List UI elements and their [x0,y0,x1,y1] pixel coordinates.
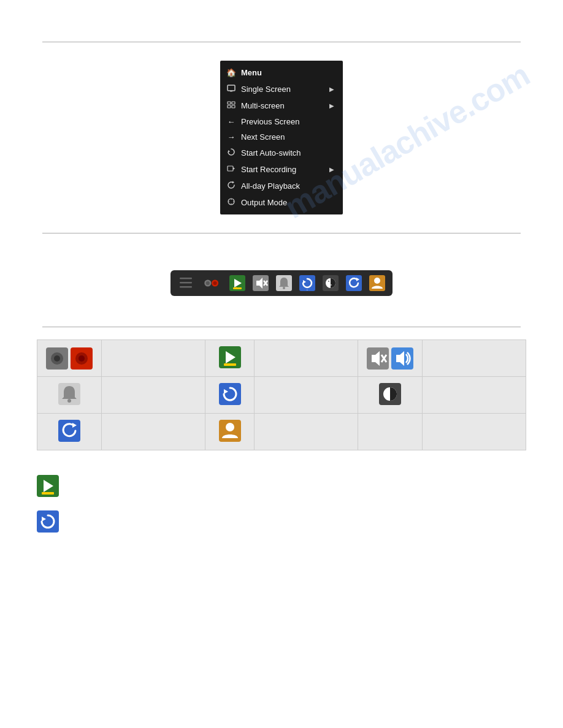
play-green-table-icon [219,346,241,368]
single-screen-label: Single Screen [241,85,312,94]
output-icon [226,197,236,208]
allday-table-icon [58,420,80,442]
table-cell-contrast-icon [358,377,423,414]
single-screen-arrow: ▶ [329,86,334,93]
multi-screen-icon [226,100,236,111]
table-row [37,340,526,377]
toolbar-record-btn[interactable] [199,273,224,294]
svg-point-45 [54,355,60,362]
rotate-icon-description [37,510,526,533]
svg-point-21 [213,281,216,285]
menu-item-start-recording[interactable]: Start Recording ▶ [220,161,343,178]
table-cell-empty-text [423,414,526,450]
svg-marker-8 [233,167,235,170]
table-cell-bell-text [102,377,205,414]
next-screen-icon: → [226,132,236,142]
svg-rect-3 [232,102,235,104]
menu-header: 🏠 Menu [220,64,343,81]
next-screen-label: Next Screen [241,132,334,142]
menu-item-output-mode[interactable]: Output Mode [220,194,343,211]
toolbar-play-btn[interactable]: 8m [227,273,248,294]
svg-rect-38 [331,284,332,286]
table-cell-contrast-text [423,377,526,414]
toolbar-alarm-btn[interactable] [274,273,294,294]
table-row: + [37,377,526,414]
allday-label: All-day Playback [241,181,334,191]
table-cell-rotate-text [255,377,358,414]
svg-rect-0 [228,85,235,91]
toolbar-user-btn[interactable] [367,273,388,294]
svg-point-31 [283,287,285,289]
svg-rect-2 [228,102,231,104]
recording-icon [226,164,236,175]
svg-rect-4 [228,105,231,108]
svg-rect-71 [42,492,54,495]
menu-item-allday-playback[interactable]: All-day Playback [220,178,343,194]
multi-screen-label: Multi-screen [241,101,312,110]
svg-point-68 [226,423,234,431]
previous-screen-label: Previous Screen [241,117,334,126]
play-icon-description [37,475,526,497]
svg-rect-39 [346,275,362,291]
allday-icon [226,181,236,191]
output-mode-label: Output Mode [241,198,334,207]
svg-rect-72 [37,510,59,533]
svg-point-42 [374,278,380,284]
toolbar: 8m + [170,270,393,296]
table-cell-audio-icons [358,340,423,377]
context-menu: 🏠 Menu Single Screen ▶ Multi-screen ▶ ← … [220,61,343,214]
menu-item-previous-screen[interactable]: ← Previous Screen [220,114,343,129]
menu-item-multi-screen[interactable]: Multi-screen ▶ [220,97,343,114]
svg-rect-16 [180,282,192,284]
menu-item-single-screen[interactable]: Single Screen ▶ [220,81,343,97]
svg-rect-51 [224,363,236,366]
svg-point-59 [67,399,71,403]
rotate-table-icon: + [219,383,241,405]
table-cell-record-icons [37,340,102,377]
autoswitch-icon [226,148,236,158]
toolbar-contrast-btn[interactable] [320,273,341,294]
person-table-icon [219,420,241,442]
svg-rect-7 [228,166,233,171]
recording-label: Start Recording [241,165,312,174]
svg-rect-1 [230,91,232,92]
toolbar-mute-btn[interactable] [250,273,271,294]
contrast-table-icon [379,383,401,405]
table-cell-person-icon [205,414,255,450]
multi-screen-arrow: ▶ [329,102,334,109]
table-cell-person-text [255,414,358,450]
table-cell-allday-text [102,414,205,450]
autoswitch-label: Start Auto-switch [241,148,334,157]
svg-text:+: + [229,398,231,402]
svg-rect-37 [328,281,329,282]
menu-item-next-screen[interactable]: → Next Screen [220,129,343,145]
table-cell-play-icon [205,340,255,377]
toolbar-allday-btn[interactable] [343,273,364,294]
svg-point-48 [79,355,85,362]
context-menu-section: 🏠 Menu Single Screen ▶ Multi-screen ▶ ← … [0,42,563,233]
play-desc-icon [37,475,59,497]
menu-header-label: Menu [241,68,262,77]
icon-desc-section [0,463,563,558]
svg-marker-6 [228,150,230,153]
previous-screen-icon: ← [226,117,236,126]
table-row [37,414,526,450]
table-cell-allday-icon [37,414,102,450]
svg-rect-15 [180,278,192,279]
toolbar-refresh-btn[interactable]: + [297,273,318,294]
toolbar-menu-btn[interactable] [175,273,196,294]
recording-arrow: ▶ [329,166,334,173]
svg-point-19 [206,281,210,285]
bell-table-icon [58,383,80,405]
table-cell-bell-icon [37,377,102,414]
svg-marker-9 [232,181,234,184]
rotate-desc-icon [37,510,59,533]
svg-rect-5 [232,105,235,108]
record-gray-icon [46,347,68,370]
menu-home-icon: 🏠 [226,68,236,77]
menu-item-start-autoswitch[interactable]: Start Auto-switch [220,145,343,161]
icon-table: + [37,339,526,450]
table-cell-rotate-icon: + [205,377,255,414]
table-cell-record-text [102,340,205,377]
toolbar-section: 8m + [0,233,563,327]
